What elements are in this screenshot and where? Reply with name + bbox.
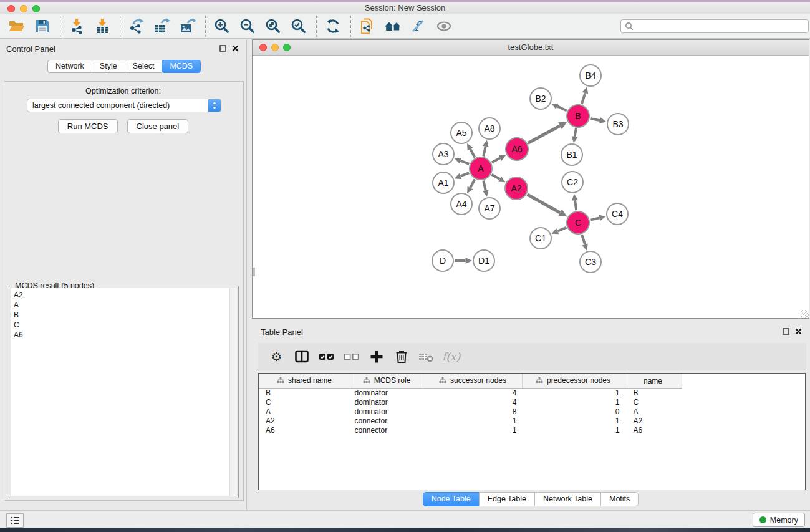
table-cell[interactable]: connector	[350, 426, 423, 435]
float-table-panel-icon[interactable]	[783, 328, 789, 335]
graph-edge-A-A5[interactable]	[470, 149, 475, 158]
graph-node-A5[interactable]: A5	[451, 122, 472, 143]
table-row[interactable]: Cdominator41C	[259, 398, 805, 407]
column-header-name[interactable]: name	[624, 374, 682, 389]
eye-icon[interactable]	[435, 16, 453, 36]
graph-edge-A6-B[interactable]	[528, 126, 560, 143]
export-image-icon[interactable]	[178, 16, 197, 36]
graph-edge-A-A1[interactable]	[460, 173, 469, 176]
graph-edge-B-B1[interactable]	[575, 128, 576, 137]
zoom-selected-icon[interactable]	[289, 16, 308, 36]
graph-edge-C-C2[interactable]	[575, 200, 576, 210]
table-cell[interactable]: A2	[624, 417, 682, 426]
table-cell[interactable]: A6	[259, 426, 350, 435]
table-cell[interactable]: dominator	[350, 389, 423, 399]
mcds-result-item[interactable]: A2	[14, 290, 229, 300]
graph-edge-A-A3[interactable]	[460, 161, 469, 164]
table-cell[interactable]: 1	[523, 398, 624, 407]
table-row[interactable]: Adominator80A	[259, 407, 805, 417]
graph-node-A4[interactable]: A4	[451, 193, 472, 215]
network-window-titlebar[interactable]: testGlobe.txt	[253, 40, 809, 56]
graph-node-C[interactable]: C	[567, 211, 589, 234]
graph-edge-A-A7[interactable]	[483, 181, 485, 191]
refresh-icon[interactable]	[324, 16, 342, 36]
network-zoom-button[interactable]	[283, 44, 291, 51]
delete-column-icon[interactable]	[393, 349, 410, 365]
network-close-button[interactable]	[259, 44, 267, 51]
graph-node-B3[interactable]: B3	[607, 114, 629, 135]
save-session-icon[interactable]	[33, 16, 52, 36]
table-cell[interactable]: 1	[423, 417, 523, 426]
network-canvas[interactable]: AA1A2A3A4A5A6A7A8BB1B2B3B4CC1C2C3C4DD1	[253, 56, 809, 318]
graph-node-C3[interactable]: C3	[580, 251, 601, 273]
tab-network[interactable]: Network	[47, 60, 92, 73]
split-view-icon[interactable]	[293, 349, 310, 365]
graph-node-B4[interactable]: B4	[580, 65, 601, 86]
graph-edge-A-A8[interactable]	[483, 147, 485, 157]
canvas-scroll-stub[interactable]	[253, 268, 255, 276]
task-history-button[interactable]	[6, 513, 24, 528]
export-network-icon[interactable]	[127, 16, 146, 36]
table-cell[interactable]: 1	[523, 426, 624, 435]
window-resize-grip[interactable]	[801, 310, 809, 318]
table-cell[interactable]: dominator	[350, 398, 423, 407]
run-mcds-button[interactable]: Run MCDS	[58, 119, 118, 133]
float-panel-icon[interactable]	[219, 45, 226, 52]
table-cell[interactable]: 1	[523, 417, 624, 426]
column-header-mcds-role[interactable]: MCDS role	[350, 374, 423, 389]
graph-edge-A-A2[interactable]	[491, 175, 499, 179]
table-row[interactable]: A2connector11A2	[259, 417, 805, 426]
column-header-successor-nodes[interactable]: successor nodes	[423, 374, 523, 389]
table-cell[interactable]: 8	[423, 407, 523, 417]
add-column-icon[interactable]	[368, 349, 385, 365]
mcds-result-item[interactable]: A6	[14, 330, 229, 340]
graph-edge-C-C1[interactable]	[557, 228, 566, 231]
graph-node-A7[interactable]: A7	[479, 198, 500, 219]
memory-button[interactable]: Memory	[753, 513, 805, 527]
graph-edge-A-A4[interactable]	[470, 180, 475, 188]
export-table-icon[interactable]	[153, 16, 171, 36]
graph-node-D[interactable]: D	[432, 250, 453, 271]
table-cell[interactable]: A	[624, 407, 682, 417]
mcds-result-item[interactable]: A	[14, 300, 229, 310]
table-settings-icon[interactable]: ⚙	[268, 349, 285, 365]
tab-node-table[interactable]: Node Table	[423, 492, 480, 506]
column-header-shared-name[interactable]: shared name	[259, 374, 350, 389]
table-cell[interactable]: C	[259, 398, 350, 407]
table-cell[interactable]: 4	[423, 389, 523, 399]
close-table-panel-icon[interactable]	[795, 328, 802, 335]
table-cell[interactable]: 1	[523, 389, 624, 399]
import-network-icon[interactable]	[67, 16, 86, 36]
tab-edge-table[interactable]: Edge Table	[479, 492, 535, 506]
graph-node-B[interactable]: B	[567, 105, 589, 127]
table-cell[interactable]: A2	[259, 417, 350, 426]
close-panel-button[interactable]: Close panel	[127, 119, 189, 133]
table-cell[interactable]: B	[624, 389, 682, 399]
home-icon[interactable]	[383, 16, 402, 36]
table-cell[interactable]: C	[624, 398, 682, 407]
clone-network-icon[interactable]	[358, 16, 377, 36]
mcds-result-scrollbar[interactable]	[229, 288, 237, 496]
column-header-predecessor-nodes[interactable]: predecessor nodes	[523, 374, 624, 389]
select-all-checkboxes-icon[interactable]	[318, 349, 335, 365]
graph-edge-A-A6[interactable]	[492, 158, 501, 162]
mcds-result-item[interactable]: B	[14, 310, 229, 320]
hide-labels-icon[interactable]: f	[409, 16, 428, 36]
import-table-icon[interactable]	[93, 16, 112, 36]
graph-node-C4[interactable]: C4	[607, 203, 628, 225]
table-cell[interactable]: B	[259, 389, 350, 399]
network-graph[interactable]: AA1A2A3A4A5A6A7A8BB1B2B3B4CC1C2C3C4DD1	[253, 56, 809, 318]
zoom-fit-icon[interactable]	[264, 16, 282, 36]
graph-edge-B-B3[interactable]	[591, 118, 600, 120]
tab-select[interactable]: Select	[125, 60, 163, 73]
graph-node-A8[interactable]: A8	[479, 118, 500, 139]
search-input[interactable]	[620, 19, 809, 33]
table-cell[interactable]: dominator	[350, 407, 423, 417]
deselect-all-checkboxes-icon[interactable]	[343, 349, 360, 365]
criterion-select[interactable]: largest connected component (directed)	[27, 99, 221, 112]
zoom-out-icon[interactable]	[238, 16, 257, 36]
graph-node-A6[interactable]: A6	[506, 138, 528, 160]
graph-edge-C-C3[interactable]	[582, 235, 585, 244]
open-session-icon[interactable]	[7, 16, 26, 36]
graph-node-C2[interactable]: C2	[562, 172, 583, 193]
